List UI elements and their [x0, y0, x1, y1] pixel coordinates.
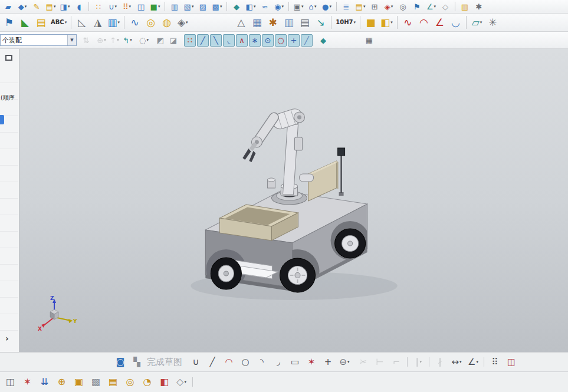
ellipse-button[interactable]: ⊖▾	[337, 354, 352, 370]
half-cube-dropdown-caret-icon[interactable]: ▾	[254, 4, 256, 9]
wheel-front-left[interactable]	[211, 258, 241, 289]
snap-quadrant-button[interactable]: ○	[275, 34, 287, 47]
half-cube-button[interactable]: ◧▾	[244, 1, 257, 12]
iso-cube-button[interactable]: ◇▾	[173, 374, 189, 390]
flatten-sheet-button[interactable]: ▱▾	[469, 15, 484, 30]
data-table-button[interactable]: ▥	[281, 15, 296, 30]
sweep-list-dropdown-caret-icon[interactable]: ▾	[117, 20, 120, 25]
green-corner-button[interactable]: ◣	[18, 15, 32, 30]
help-doc-button[interactable]: ▥	[458, 1, 471, 12]
ellipse-dropdown-caret-icon[interactable]: ▾	[347, 360, 350, 364]
previous-selection-dropdown-caret-icon[interactable]: ▾	[130, 38, 132, 42]
spring-button[interactable]: ∿	[127, 15, 142, 30]
arc-button[interactable]: ◠	[221, 354, 237, 370]
chamfer-button[interactable]: ◞	[271, 354, 286, 370]
restore-window-icon[interactable]	[5, 55, 12, 61]
teal-gem-button[interactable]: ◆	[230, 1, 243, 12]
side-panel-plate[interactable]	[308, 161, 339, 201]
twist-tool-button[interactable]: ✳	[485, 15, 500, 30]
snap-midpoint-button[interactable]: ╲	[210, 34, 222, 47]
offset-curve-button[interactable]: ∥▾	[411, 354, 426, 370]
torus-ring-button[interactable]: ◎	[122, 374, 138, 390]
sidebar-expand-chevron[interactable]: ›	[5, 334, 9, 343]
data-grid-button[interactable]: ▦	[363, 34, 375, 47]
tool-grid-button[interactable]: ⊞	[368, 1, 381, 12]
measure-angle-dropdown-caret-icon[interactable]: ▾	[434, 4, 436, 9]
blue-pages-button[interactable]: ▨	[196, 1, 209, 12]
fit-tolerance-button[interactable]: 10H7▾	[334, 15, 357, 30]
profile-button[interactable]: ∪	[188, 354, 203, 370]
insert-part-button[interactable]: ▧▾	[182, 1, 195, 12]
unite-dropdown-caret-icon[interactable]: ▾	[115, 4, 117, 9]
rapid-dimension-button[interactable]: ↔▾	[449, 354, 464, 370]
revolve-button[interactable]: ◖	[73, 1, 86, 12]
show-constraints-button[interactable]: ∦	[432, 354, 448, 370]
shaded-select-a-button[interactable]: ◩	[155, 34, 166, 47]
shape-more-dropdown-caret-icon[interactable]: ▾	[186, 20, 188, 25]
sweep-list-button[interactable]: ▥▾	[106, 15, 121, 30]
fillet-button[interactable]: ◝	[254, 354, 270, 370]
snap-intersection-button[interactable]: +	[288, 34, 300, 47]
base-side-motor[interactable]	[300, 174, 314, 182]
text-annotation-button[interactable]: ABC▾	[50, 15, 68, 30]
snap-center-button[interactable]: ⊙	[262, 34, 274, 47]
open-flag-button[interactable]: ⚑	[2, 15, 17, 30]
agv-cart-model[interactable]	[205, 107, 369, 293]
insert-part-dropdown-caret-icon[interactable]: ▾	[192, 4, 194, 9]
select-up-dropdown-caret-icon[interactable]: ▾	[117, 38, 119, 42]
gear-tool-button[interactable]: ✱	[472, 1, 485, 12]
wheel-front-right[interactable]	[280, 258, 315, 292]
flag-tool-button[interactable]: ⚑	[411, 1, 423, 12]
block-pair-dropdown-caret-icon[interactable]: ▾	[390, 20, 393, 25]
robot-column-link[interactable]	[283, 124, 298, 195]
datum-snapshot-button[interactable]: ◫	[2, 374, 18, 390]
layer-doc-button[interactable]: ▤▾	[44, 1, 57, 12]
target-circle-button[interactable]: ◎	[396, 1, 409, 12]
line-button[interactable]: ╱	[205, 354, 220, 370]
unite-button[interactable]: ∪▾	[106, 1, 119, 12]
pattern-feature-button[interactable]: ⠿▾	[120, 1, 133, 12]
layer-settings-dropdown-caret-icon[interactable]: ▾	[363, 4, 366, 9]
draft-angle-button[interactable]: ◺	[74, 15, 89, 30]
pattern-curve-button[interactable]: ⠿	[487, 354, 503, 370]
nav-list-button[interactable]: ≣	[340, 1, 353, 12]
pencil-edit-button[interactable]: ✎	[30, 1, 43, 12]
gripper-finger-left[interactable]	[242, 149, 251, 160]
red-gem-button[interactable]: ◈▾	[382, 1, 395, 12]
mirror-curve-button[interactable]: ◫	[504, 354, 519, 370]
sketch-in-task-dropdown-caret-icon[interactable]: ▾	[25, 4, 27, 9]
polygon-button[interactable]: ✶	[304, 354, 319, 370]
show-hide-dropdown-caret-icon[interactable]: ▾	[281, 4, 284, 9]
wave-link-button[interactable]: ≈	[258, 1, 271, 12]
marquee-mode-button[interactable]: ◌▾	[138, 34, 150, 47]
move-body-button[interactable]: ⊕	[54, 374, 70, 390]
flatten-sheet-dropdown-caret-icon[interactable]: ▾	[480, 20, 482, 25]
snap-endpoint-button[interactable]: ╱	[197, 34, 209, 47]
shaded-select-b-button[interactable]: ◪	[168, 34, 179, 47]
show-hide-button[interactable]: ◉▾	[272, 1, 285, 12]
studio-spline-button[interactable]: ∿	[400, 15, 415, 30]
doc-stack-dropdown-caret-icon[interactable]: ▾	[220, 4, 222, 9]
marquee-mode-dropdown-caret-icon[interactable]: ▾	[146, 38, 149, 42]
window-view-dropdown-caret-icon[interactable]: ▾	[301, 4, 304, 9]
shape-more-button[interactable]: ◈▾	[175, 15, 190, 30]
graphics-viewport[interactable]: Z X Y	[19, 49, 568, 352]
page-copy-button[interactable]: ▥	[168, 1, 181, 12]
point-button[interactable]: +	[320, 354, 336, 370]
sheet-copy-button[interactable]: ◫	[134, 1, 147, 12]
view-cube-button[interactable]: ◇	[439, 1, 452, 12]
sheet-body-button[interactable]: ▤	[105, 374, 121, 390]
finish-sketch-label-button[interactable]: 完成草图	[146, 354, 183, 370]
block-pair-button[interactable]: ◧▾	[379, 15, 394, 30]
rectangle-button[interactable]: ▭	[287, 354, 303, 370]
washer-button[interactable]: ◍	[159, 15, 174, 30]
triangle-patch-button[interactable]: △	[234, 15, 248, 30]
make-corner-button[interactable]: ⌐	[389, 354, 404, 370]
robot-arm[interactable]	[242, 107, 313, 205]
coil-button[interactable]: ◎	[143, 15, 158, 30]
snap-control-point-button[interactable]: ◟	[223, 34, 235, 47]
snap-preferences-button[interactable]: ◆	[317, 34, 329, 47]
cube-cluster-button[interactable]: ▩	[88, 374, 104, 390]
selection-scope-caret-icon[interactable]: ▼	[67, 35, 76, 45]
angle-dimension-button[interactable]: ∠▾	[465, 354, 481, 370]
